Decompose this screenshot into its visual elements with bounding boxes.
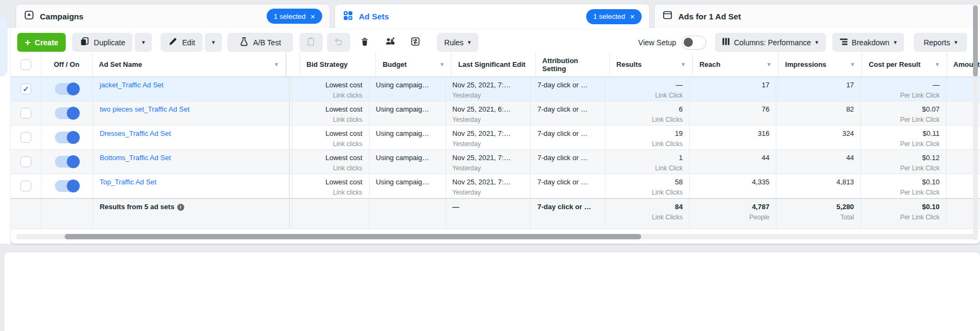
- row-checkbox[interactable]: [20, 132, 31, 143]
- duplicate-dropdown-button[interactable]: ▾: [135, 33, 152, 52]
- horizontal-scrollbar[interactable]: [16, 234, 975, 239]
- vertical-scrollbar[interactable]: [973, 3, 978, 240]
- view-setup-label: View Setup: [638, 38, 677, 47]
- ad-set-name-link[interactable]: jacket_Traffic Ad Set: [100, 81, 164, 89]
- clipboard-icon: [306, 37, 316, 48]
- flask-icon: [239, 37, 249, 48]
- toolbar: + Create Duplicate ▾ Edit ▾ A/B Test: [11, 28, 980, 52]
- ad-set-name-link[interactable]: two pieces set_Traffic Ad Set: [100, 105, 190, 113]
- chevron-down-icon: ▾: [212, 39, 215, 46]
- summary-label: Results from 5 ad setsi: [100, 202, 282, 211]
- ab-test-button[interactable]: A/B Test: [227, 33, 293, 52]
- ads-icon: [662, 10, 673, 23]
- col-header-last-edit[interactable]: Last Significant Edit: [451, 52, 536, 77]
- sort-icon[interactable]: ▼: [935, 60, 940, 68]
- lower-panel: [4, 252, 980, 331]
- campaigns-icon: [24, 10, 34, 23]
- tab-ads[interactable]: Ads for 1 Ad Set: [655, 4, 980, 28]
- left-rail-fragment: [0, 16, 8, 77]
- export-import-icon: [411, 37, 420, 48]
- ad-set-name-link[interactable]: Dresses_Traffic Ad Set: [100, 129, 171, 137]
- col-header-results[interactable]: Results▼: [610, 52, 693, 77]
- edit-button[interactable]: Edit: [161, 33, 203, 52]
- view-setup-toggle[interactable]: [682, 36, 706, 50]
- tab-campaigns-label: Campaigns: [40, 12, 84, 21]
- breakdown-button[interactable]: Breakdown ▾: [832, 33, 905, 52]
- status-toggle[interactable]: [55, 156, 79, 168]
- assign-people-button[interactable]: [379, 33, 402, 52]
- rules-button[interactable]: Rules ▾: [437, 33, 478, 52]
- status-toggle[interactable]: [55, 83, 79, 95]
- col-header-impressions[interactable]: Impressions▼: [779, 52, 862, 77]
- vertical-scrollbar-thumb[interactable]: [973, 5, 978, 77]
- ad-set-name-link[interactable]: Top_Traffic Ad Set: [100, 178, 157, 186]
- table-row: Top_Traffic Ad Set Lowest costLink click…: [11, 174, 980, 198]
- status-toggle[interactable]: [55, 107, 79, 119]
- undo-icon: [333, 37, 343, 48]
- plus-icon: +: [25, 38, 31, 47]
- ad-set-name-link[interactable]: Bottoms_Traffic Ad Set: [100, 154, 171, 162]
- tab-ad-sets[interactable]: Ad Sets 1 selected ×: [335, 4, 649, 29]
- row-checkbox[interactable]: [20, 156, 31, 167]
- row-checkbox[interactable]: [20, 181, 31, 191]
- columns-icon: [722, 38, 729, 47]
- tab-ad-sets-label: Ad Sets: [359, 12, 389, 21]
- trash-icon: [360, 37, 370, 48]
- col-header-budget[interactable]: Budget▼: [376, 52, 451, 77]
- chevron-down-icon: ▾: [142, 39, 145, 46]
- close-icon[interactable]: ×: [310, 12, 315, 20]
- frozen-column-divider: [286, 52, 300, 77]
- edit-dropdown-button[interactable]: ▾: [205, 33, 222, 52]
- select-all-checkbox[interactable]: [20, 59, 31, 70]
- sort-icon[interactable]: ▼: [274, 60, 279, 68]
- pencil-icon: [168, 37, 178, 48]
- status-toggle[interactable]: [55, 180, 79, 192]
- create-button[interactable]: + Create: [17, 33, 66, 52]
- export-import-button[interactable]: [404, 33, 427, 52]
- horizontal-scrollbar-thumb[interactable]: [65, 234, 641, 239]
- table-row: Bottoms_Traffic Ad Set Lowest costLink c…: [11, 150, 980, 174]
- paste-button: [300, 33, 323, 52]
- duplicate-button[interactable]: Duplicate: [72, 33, 133, 52]
- columns-button[interactable]: Columns: Performance ▾: [715, 33, 826, 52]
- tab-campaigns[interactable]: Campaigns 1 selected ×: [16, 4, 330, 28]
- table-header-row: Off / On Ad Set Name▼ Bid Strategy Budge…: [11, 52, 980, 77]
- summary-row: Results from 5 ad setsi — 7-day click or…: [11, 198, 980, 229]
- sort-icon[interactable]: ▼: [440, 60, 445, 68]
- row-checkbox[interactable]: ✓: [20, 84, 31, 94]
- undo-button: [327, 33, 350, 52]
- status-toggle[interactable]: [55, 132, 79, 143]
- close-icon[interactable]: ×: [630, 12, 635, 20]
- sort-icon[interactable]: ▼: [680, 60, 686, 68]
- check-icon: ✓: [23, 85, 29, 93]
- col-header-off-on: Off / On: [41, 52, 93, 77]
- reports-button[interactable]: Reports ▾: [914, 33, 967, 52]
- ad-sets-panel: + Create Duplicate ▾ Edit ▾ A/B Test: [11, 28, 980, 244]
- tab-ads-label: Ads for 1 Ad Set: [678, 12, 741, 21]
- col-header-ad-set-name[interactable]: Ad Set Name▼: [93, 52, 286, 77]
- sort-icon[interactable]: ▼: [766, 60, 772, 68]
- table-row: ✓ jacket_Traffic Ad Set Lowest costLink …: [11, 77, 980, 101]
- col-header-bid-strategy[interactable]: Bid Strategy: [300, 52, 376, 77]
- row-checkbox[interactable]: [20, 108, 31, 119]
- col-header-cost-per-result[interactable]: Cost per Result▼: [862, 52, 947, 77]
- sort-icon[interactable]: ▼: [850, 60, 856, 68]
- chevron-down-icon: ▾: [815, 39, 818, 46]
- people-add-icon: [385, 37, 395, 48]
- chevron-down-icon: ▾: [468, 39, 471, 46]
- chevron-down-icon: ▾: [954, 39, 957, 46]
- delete-button[interactable]: [353, 33, 377, 52]
- ad-sets-selected-badge[interactable]: 1 selected ×: [586, 9, 642, 24]
- breakdown-icon: [840, 38, 847, 47]
- table-row: Dresses_Traffic Ad Set Lowest costLink c…: [11, 126, 980, 150]
- campaigns-selected-badge[interactable]: 1 selected ×: [267, 9, 322, 24]
- chevron-down-icon: ▾: [894, 39, 897, 46]
- col-header-reach[interactable]: Reach▼: [693, 52, 779, 77]
- ad-sets-icon: [343, 10, 353, 23]
- table-row: two pieces set_Traffic Ad Set Lowest cos…: [11, 101, 980, 126]
- col-header-attribution[interactable]: Attribution Setting: [536, 52, 610, 77]
- ad-sets-table: Off / On Ad Set Name▼ Bid Strategy Budge…: [11, 52, 980, 229]
- info-icon[interactable]: i: [177, 204, 184, 211]
- duplicate-icon: [80, 37, 89, 48]
